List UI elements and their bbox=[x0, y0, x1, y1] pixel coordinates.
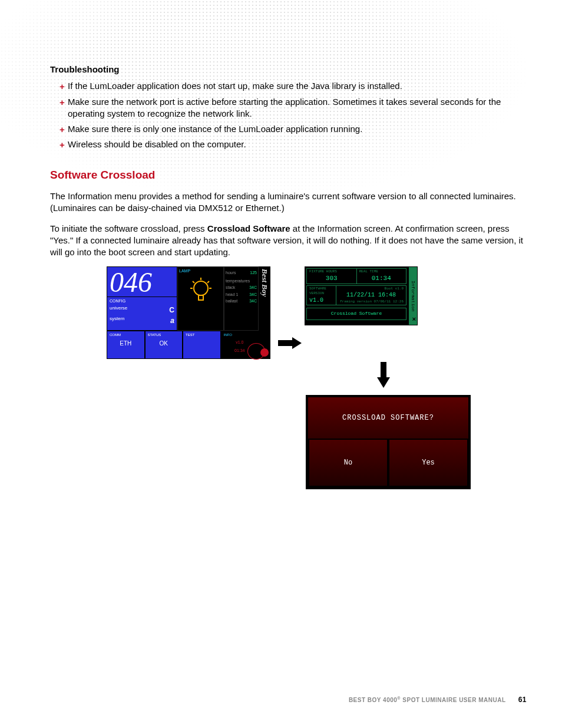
info-label: INFO bbox=[224, 332, 256, 337]
brand-text: Best Boy bbox=[259, 269, 270, 297]
crossload-software-button[interactable]: Crossload Software bbox=[306, 308, 406, 320]
comm-cell[interactable]: COMMETH bbox=[107, 331, 145, 359]
list-item: Make sure the network port is active bef… bbox=[68, 96, 527, 120]
software-version-value: v1.0 bbox=[309, 297, 333, 305]
universe-label: universe bbox=[110, 305, 127, 315]
system-value: a bbox=[170, 316, 174, 325]
lightbulb-icon bbox=[189, 278, 213, 307]
hours-value: 125 bbox=[250, 270, 257, 275]
page-footer: BEST BOY 4000® SPOT LUMINAIRE USER MANUA… bbox=[0, 695, 562, 704]
svg-rect-1 bbox=[199, 295, 203, 300]
dialog-title: CROSSLOAD SOFTWARE? bbox=[308, 397, 468, 439]
status-label: STATUS bbox=[148, 332, 180, 337]
lamp-label: LAMP bbox=[179, 268, 190, 274]
ballast-label: ballast bbox=[226, 298, 237, 304]
no-button[interactable]: No bbox=[308, 439, 388, 487]
stack-value: 34C bbox=[249, 285, 257, 290]
head-label: head 1 bbox=[226, 292, 238, 297]
hours-label: hours bbox=[226, 270, 236, 275]
svg-point-0 bbox=[194, 281, 208, 295]
real-time-label: REAL TIME bbox=[359, 269, 404, 274]
comm-value: ETH bbox=[120, 340, 131, 348]
status-cell[interactable]: STATUSOK bbox=[145, 331, 183, 359]
information-tab[interactable]: Information × bbox=[409, 267, 417, 325]
svg-marker-7 bbox=[278, 337, 302, 349]
list-item: Wireless should be disabled on the compu… bbox=[68, 139, 527, 150]
troubleshooting-heading: Troubleshooting bbox=[50, 64, 527, 75]
close-icon[interactable]: × bbox=[412, 315, 416, 324]
stack-label: stack bbox=[226, 285, 235, 290]
list-item: Make sure there is only one instance of … bbox=[68, 123, 527, 135]
test-label: TEST bbox=[186, 332, 218, 337]
fixture-hours-label: FIXTURE HOURS bbox=[309, 269, 354, 274]
information-screen: FIXTURE HOURS303 REAL TIME01:34 SOFTWARE… bbox=[305, 266, 418, 325]
section-heading: Software Crossload bbox=[50, 167, 527, 183]
confirmation-dialog: CROSSLOAD SOFTWARE? No Yes bbox=[306, 395, 471, 489]
temperatures-label: temperatures bbox=[226, 278, 257, 284]
info-version: v1.0 bbox=[236, 340, 243, 345]
build-date-value: 11/22/11 16:48 bbox=[339, 291, 404, 299]
svg-marker-8 bbox=[377, 362, 390, 388]
comm-label: COMM bbox=[110, 332, 142, 337]
boot-label: Boot v1.0 bbox=[339, 286, 404, 291]
fixture-hours-value: 303 bbox=[309, 274, 354, 283]
body-paragraph: The Information menu provides a method f… bbox=[50, 190, 527, 215]
arrow-right-icon bbox=[278, 337, 302, 349]
yes-button[interactable]: Yes bbox=[388, 439, 468, 487]
body-paragraph: To initiate the software crossload, pres… bbox=[50, 223, 527, 259]
svg-line-3 bbox=[193, 281, 194, 283]
svg-line-4 bbox=[207, 281, 209, 283]
arrow-down-icon bbox=[377, 362, 390, 388]
test-cell[interactable]: TEST bbox=[183, 331, 221, 359]
system-label: system bbox=[110, 316, 124, 325]
ballast-value: 34C bbox=[249, 298, 257, 304]
luminaire-main-screen: 046 CONFIG universeC systema LAMP bbox=[107, 266, 270, 359]
universe-value: C bbox=[169, 305, 174, 315]
footer-title-a: BEST BOY 4000 bbox=[349, 697, 397, 703]
software-version-label: SOFTWARE VERSION bbox=[309, 286, 333, 296]
status-value: OK bbox=[160, 340, 168, 348]
text: To initiate the software crossload, pres… bbox=[50, 223, 207, 233]
footer-title-b: SPOT LUMINAIRE USER MANUAL bbox=[401, 697, 505, 703]
info-time: 01:34 bbox=[234, 348, 245, 353]
page-number: 61 bbox=[518, 696, 527, 704]
list-item: If the LumLoader application does not st… bbox=[68, 80, 527, 92]
dmx-address: 046 bbox=[107, 267, 177, 297]
head-value: 34C bbox=[249, 292, 257, 297]
information-tab-label: Information bbox=[410, 281, 416, 312]
framing-version: framing version 07/06/11 12:26 bbox=[339, 299, 404, 304]
real-time-value: 01:34 bbox=[359, 274, 404, 283]
inline-bold: Crossload Software bbox=[207, 223, 290, 233]
config-label: CONFIG bbox=[110, 298, 174, 304]
troubleshooting-list: If the LumLoader application does not st… bbox=[50, 80, 527, 150]
